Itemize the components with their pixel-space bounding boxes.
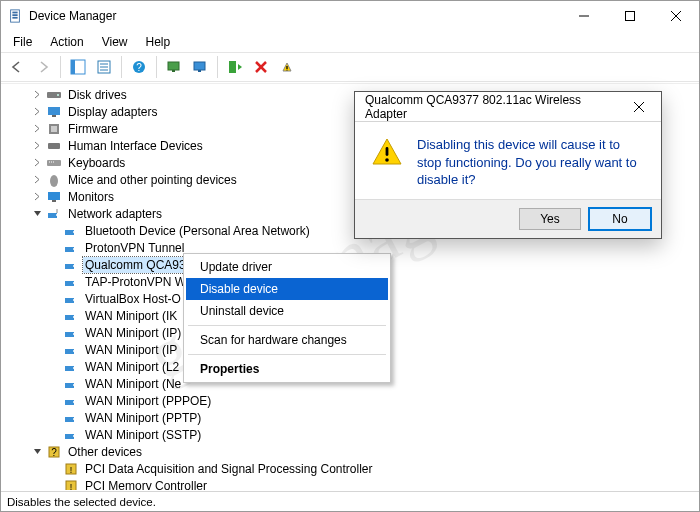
svg-point-45: [73, 248, 75, 250]
context-uninstall-device[interactable]: Uninstall device: [186, 300, 388, 322]
chevron-down-icon[interactable]: [32, 208, 43, 219]
device-label: VirtualBox Host-O: [83, 291, 183, 307]
svg-point-41: [56, 214, 58, 216]
menu-bar: File Action View Help: [1, 31, 699, 52]
device-label: Bluetooth Device (Personal Area Network): [83, 223, 312, 239]
svg-rect-32: [47, 160, 61, 166]
dialog-yes-button[interactable]: Yes: [519, 208, 581, 230]
svg-point-59: [73, 367, 75, 369]
network-adapter-icon: [63, 376, 79, 392]
firmware-icon: [46, 121, 62, 137]
svg-rect-30: [51, 126, 57, 132]
window-controls: [561, 1, 699, 31]
warning-icon: [371, 136, 403, 168]
svg-rect-31: [48, 143, 60, 149]
menu-help[interactable]: Help: [138, 33, 179, 51]
svg-rect-60: [65, 383, 74, 388]
svg-rect-2: [12, 14, 17, 16]
svg-text:?: ?: [51, 447, 57, 458]
context-disable-device[interactable]: Disable device: [186, 278, 388, 300]
chevron-right-icon[interactable]: [32, 89, 43, 100]
context-update-driver[interactable]: Update driver: [186, 256, 388, 278]
status-bar: Disables the selected device.: [1, 491, 699, 511]
chevron-right-icon[interactable]: [32, 157, 43, 168]
toolbar-disable-button[interactable]: [275, 55, 299, 79]
category-other-devices[interactable]: ? Other devices: [32, 443, 699, 460]
device-wan-sstp[interactable]: WAN Miniport (SSTP): [49, 426, 699, 443]
chevron-right-icon[interactable]: [32, 191, 43, 202]
toolbar-help-button[interactable]: ?: [127, 55, 151, 79]
menu-action[interactable]: Action: [42, 33, 91, 51]
svg-rect-3: [12, 17, 17, 19]
category-label: Keyboards: [66, 155, 127, 171]
device-wan-pppoe[interactable]: WAN Miniport (PPPOE): [49, 392, 699, 409]
network-adapter-icon: [63, 393, 79, 409]
context-properties[interactable]: Properties: [186, 358, 388, 380]
context-scan-hardware[interactable]: Scan for hardware changes: [186, 329, 388, 351]
menu-view[interactable]: View: [94, 33, 136, 51]
chevron-right-icon[interactable]: [32, 106, 43, 117]
svg-rect-19: [198, 70, 201, 72]
chevron-right-icon[interactable]: [32, 140, 43, 151]
chevron-right-icon[interactable]: [32, 174, 43, 185]
svg-point-36: [50, 175, 58, 187]
device-label: WAN Miniport (IP): [83, 325, 183, 341]
svg-rect-37: [48, 192, 60, 200]
svg-rect-66: [65, 434, 74, 439]
device-pci-mem[interactable]: !PCI Memory Controller: [49, 477, 699, 490]
chevron-right-icon[interactable]: [32, 123, 43, 134]
svg-rect-48: [65, 281, 74, 286]
unknown-device-icon: !: [63, 461, 79, 477]
keyboard-icon: [46, 155, 62, 171]
svg-rect-50: [65, 298, 74, 303]
svg-rect-39: [48, 213, 57, 218]
device-label: ProtonVPN Tunnel: [83, 240, 186, 256]
toolbar-update-button[interactable]: [188, 55, 212, 79]
category-label: Mice and other pointing devices: [66, 172, 239, 188]
svg-rect-20: [229, 61, 236, 73]
maximize-button[interactable]: [607, 1, 653, 31]
device-label: PCI Data Acquisition and Signal Processi…: [83, 461, 374, 477]
toolbar-separator: [60, 56, 61, 78]
toolbar-properties-button[interactable]: [92, 55, 116, 79]
svg-point-81: [385, 158, 389, 162]
svg-rect-42: [65, 230, 74, 235]
toolbar-back-button[interactable]: [5, 55, 29, 79]
svg-text:?: ?: [136, 62, 142, 73]
dialog-button-row: Yes No: [355, 199, 661, 238]
toolbar-scan-button[interactable]: [162, 55, 186, 79]
svg-rect-62: [65, 400, 74, 405]
device-label: WAN Miniport (PPPOE): [83, 393, 213, 409]
disk-drive-icon: [46, 87, 62, 103]
svg-rect-54: [65, 332, 74, 337]
svg-rect-56: [65, 349, 74, 354]
dialog-no-button[interactable]: No: [589, 208, 651, 230]
menu-file[interactable]: File: [5, 33, 40, 51]
category-label: Monitors: [66, 189, 116, 205]
app-icon: [7, 8, 23, 24]
title-bar: Device Manager: [1, 1, 699, 31]
mouse-icon: [46, 172, 62, 188]
chevron-down-icon[interactable]: [32, 446, 43, 457]
category-label: Firmware: [66, 121, 120, 137]
toolbar-enable-button[interactable]: [223, 55, 247, 79]
toolbar-uninstall-button[interactable]: [249, 55, 273, 79]
toolbar-show-hide-button[interactable]: [66, 55, 90, 79]
status-text: Disables the selected device.: [7, 496, 156, 508]
device-pci-data[interactable]: !PCI Data Acquisition and Signal Process…: [49, 460, 699, 477]
dialog-message: Disabling this device will cause it to s…: [417, 136, 645, 189]
toolbar-forward-button[interactable]: [31, 55, 55, 79]
category-label: Disk drives: [66, 87, 129, 103]
device-wan-pptp[interactable]: WAN Miniport (PPTP): [49, 409, 699, 426]
svg-point-67: [73, 435, 75, 437]
category-label: Network adapters: [66, 206, 164, 222]
hid-icon: [46, 138, 62, 154]
svg-rect-17: [172, 70, 175, 72]
svg-point-57: [73, 350, 75, 352]
dialog-close-button[interactable]: [618, 92, 659, 121]
svg-rect-38: [52, 200, 56, 202]
svg-rect-46: [65, 264, 74, 269]
toolbar-separator: [217, 56, 218, 78]
minimize-button[interactable]: [561, 1, 607, 31]
close-button[interactable]: [653, 1, 699, 31]
